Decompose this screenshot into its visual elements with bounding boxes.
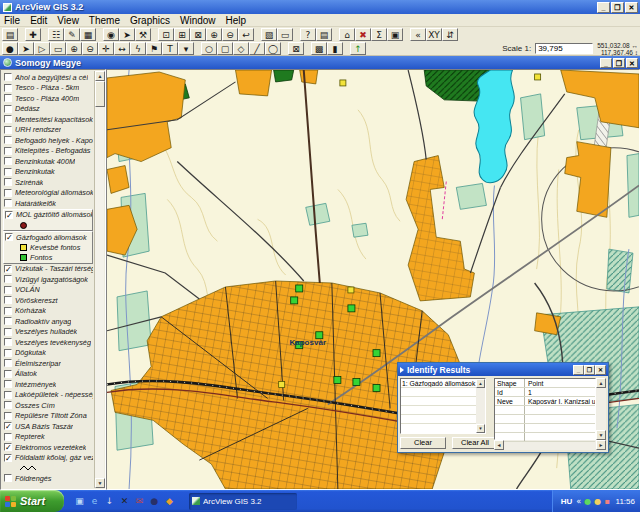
theme-checkbox[interactable] (4, 296, 12, 304)
identify-table-scrollbar[interactable]: ▲ ▼ (596, 378, 606, 440)
theme-checkbox[interactable] (4, 178, 12, 186)
quicklaunch-mail-icon[interactable]: ✉ (134, 496, 145, 506)
theme-checkbox[interactable]: ✓ (5, 211, 13, 219)
theme-checkbox[interactable] (4, 157, 12, 165)
select-feature-tool-button[interactable]: ▭ (50, 42, 66, 55)
theme-checkbox[interactable] (4, 73, 12, 81)
label-tool-button[interactable]: ⚑ (146, 42, 162, 55)
theme-checkbox[interactable] (4, 199, 12, 207)
theme-checkbox[interactable] (4, 412, 12, 420)
scale-input[interactable]: 39,795 (535, 43, 593, 54)
toc-theme[interactable]: Befogadó helyek - Kaposvár (3, 135, 93, 146)
pan-tool-button[interactable]: ✛ (98, 42, 114, 55)
identify-list-scrollbar[interactable]: ▲ ▼ (476, 379, 485, 433)
close-button[interactable]: ✕ (625, 2, 638, 13)
theme-checkbox[interactable] (4, 189, 12, 197)
theme-checkbox[interactable]: ✓ (4, 265, 12, 273)
view-close-button[interactable]: ✕ (626, 58, 638, 68)
identify-results-dialog[interactable]: Identify Results _ ❒ ✕ 1: Gázfogadó állo… (397, 362, 609, 453)
toc-theme[interactable]: Határátkelők (3, 198, 93, 209)
delete-graphic-button[interactable]: ✖ (355, 28, 371, 41)
zoom-active-theme-button[interactable]: ⊞ (174, 28, 190, 41)
toc-theme[interactable]: Radioaktív anyag (3, 316, 93, 327)
theme-checkbox[interactable]: ✓ (5, 233, 13, 241)
zoom-in-tool-button[interactable]: ⊕ (66, 42, 82, 55)
open-theme-table-button[interactable]: ▦ (80, 28, 96, 41)
toc-theme[interactable]: ✓MOL gáztöltő állomások (3, 209, 93, 232)
toc-theme[interactable]: Vízügyi igazgatóságok (3, 274, 93, 285)
toc-theme[interactable]: Dögkutak (3, 348, 93, 359)
taskbar-task-button[interactable]: ArcView GIS 3.2 (189, 493, 297, 510)
menu-theme[interactable]: Theme (89, 15, 120, 26)
theme-checkbox[interactable] (4, 349, 12, 357)
xy-coordinates-button[interactable]: XY (426, 28, 442, 41)
identify-attribute-table[interactable]: ShapePointId1NeveKaposvár I. Kanizsai u. (494, 378, 596, 440)
theme-checkbox[interactable] (4, 126, 12, 134)
zoom-in-button[interactable]: ⊕ (206, 28, 222, 41)
clear-selection-button[interactable]: ▭ (277, 28, 293, 41)
scroll-thumb[interactable] (95, 81, 105, 107)
identify-minimize-button[interactable]: _ (573, 365, 584, 375)
identify-close-button[interactable]: ✕ (595, 365, 606, 375)
toc-theme[interactable]: Tesco - Pláza 400m (3, 93, 93, 104)
tray-status-yellow-icon[interactable]: ● (594, 497, 601, 506)
theme-checkbox[interactable] (4, 307, 12, 315)
quicklaunch-desktop-icon[interactable]: ▣ (74, 496, 85, 506)
draw-rectangle-tool-button[interactable]: ▢ (217, 42, 233, 55)
identify-result-list[interactable]: 1: Gázfogadó állomások - Kapo ▲ ▼ (400, 378, 486, 434)
theme-checkbox[interactable] (4, 359, 12, 367)
start-button[interactable]: Start (0, 490, 64, 512)
theme-checkbox[interactable] (4, 94, 12, 102)
toc-theme[interactable]: ✓Gázfogadó állomásokKevésbé fontosFontos (3, 231, 93, 264)
theme-checkbox[interactable] (4, 370, 12, 378)
select-by-graphic-button[interactable]: ▧ (261, 28, 277, 41)
zoom-out-tool-button[interactable]: ⊖ (82, 42, 98, 55)
scroll-down-icon[interactable]: ▼ (476, 424, 485, 433)
theme-checkbox[interactable] (4, 380, 12, 388)
toc-theme[interactable]: Benzinkutak 400M (3, 156, 93, 167)
draw-point-tool-button[interactable]: ▾ (178, 42, 194, 55)
theme-checkbox[interactable] (4, 474, 12, 482)
toc-theme[interactable]: URH rendszer (3, 125, 93, 136)
view-maximize-button[interactable]: ❒ (613, 58, 625, 68)
vertex-edit-tool-button[interactable]: ▷ (34, 42, 50, 55)
taskbar-clock[interactable]: 11:56 (616, 497, 635, 506)
scroll-up-icon[interactable]: ▲ (476, 379, 485, 388)
toc-theme[interactable]: Élelmiszeripar (3, 358, 93, 369)
theme-checkbox[interactable] (4, 105, 12, 113)
theme-checkbox[interactable]: ✓ (4, 422, 12, 430)
theme-checkbox[interactable] (4, 275, 12, 283)
toc-theme[interactable]: Dédász (3, 104, 93, 115)
toc-theme[interactable]: Veszélyes hulladék (3, 327, 93, 338)
toc-theme[interactable]: Repterek (3, 432, 93, 443)
quicklaunch-browser-icon[interactable]: e (89, 496, 100, 506)
identify-titlebar[interactable]: Identify Results _ ❒ ✕ (398, 363, 608, 376)
toc-theme[interactable]: Veszélyes tevékenység (3, 337, 93, 348)
measure-tool-button[interactable]: ↔ (114, 42, 130, 55)
toc-theme[interactable]: Földrengés (3, 473, 93, 484)
theme-checkbox[interactable] (4, 401, 12, 409)
app-titlebar[interactable]: ArcView GIS 3.2 _ ❒ ✕ (0, 0, 640, 14)
scroll-down-icon[interactable]: ▼ (596, 430, 606, 440)
zoom-full-extent-button[interactable]: ⊡ (158, 28, 174, 41)
zoom-selected-button[interactable]: ⊠ (190, 28, 206, 41)
view-titlebar[interactable]: Somogy Megye _ ❒ ✕ (0, 56, 640, 69)
theme-checkbox[interactable]: ✓ (4, 454, 12, 462)
statistics-button[interactable]: Σ (371, 28, 387, 41)
toc-theme[interactable]: VOLÁN (3, 285, 93, 296)
theme-checkbox[interactable] (4, 391, 12, 399)
previous-view-button[interactable]: « (410, 28, 426, 41)
theme-checkbox[interactable] (4, 433, 12, 441)
theme-checkbox[interactable] (4, 115, 12, 123)
draw-oval-tool-button[interactable]: ○ (201, 42, 217, 55)
query-builder-button[interactable]: ⚒ (135, 28, 151, 41)
sort-button[interactable]: ⇵ (442, 28, 458, 41)
theme-checkbox[interactable] (4, 136, 12, 144)
custom-tool-2-button[interactable]: ▮ (327, 42, 343, 55)
toc-theme[interactable]: ✓Vízkutak - Taszári térség (3, 264, 93, 275)
save-project-button[interactable]: ▤ (2, 28, 18, 41)
toc-theme[interactable]: Mentesítési kapacitások (3, 114, 93, 125)
scroll-up-icon[interactable]: ▲ (596, 378, 606, 388)
theme-checkbox[interactable] (4, 84, 12, 92)
identify-result-item[interactable]: 1: Gázfogadó állomások - Kapo (401, 379, 485, 388)
